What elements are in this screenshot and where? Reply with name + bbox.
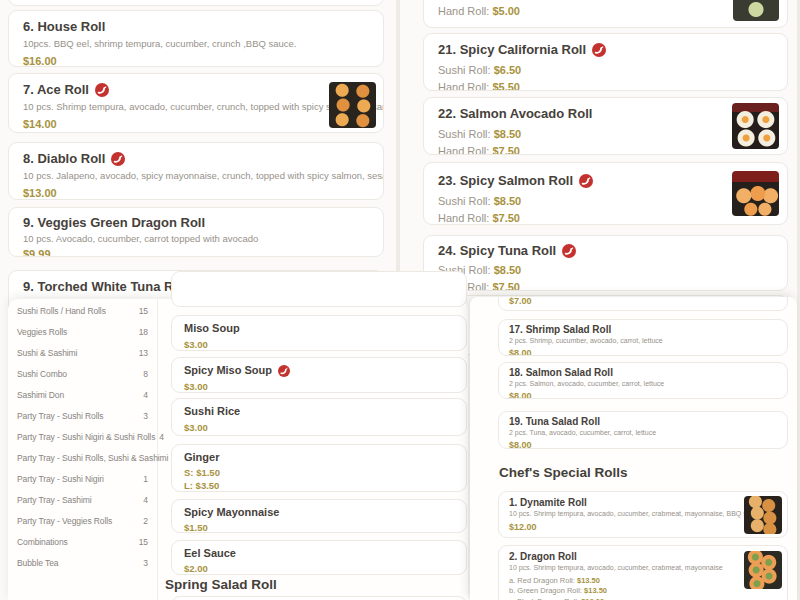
sidebar-item-party-tray-veggies-rolls[interactable]: Party Tray - Veggies Rolls2 bbox=[8, 510, 157, 531]
item-title: Sushi Rice bbox=[184, 405, 454, 418]
item-description: 10 pcs. Shrimp tempura, avocado, cucumbe… bbox=[509, 510, 734, 519]
item-price: $9.99 bbox=[23, 248, 369, 257]
item-title: 23. Spicy Salmon Roll bbox=[438, 173, 573, 188]
item-price: $2.00 bbox=[184, 563, 454, 575]
hand-roll-price: $5.00 bbox=[492, 5, 520, 17]
spicy-icon bbox=[111, 152, 125, 166]
sidebar-item-party-tray-nigiri-sushi-rolls[interactable]: Party Tray - Sushi Nigiri & Sushi Rolls4 bbox=[8, 426, 157, 447]
spicy-salmon-roll-photo bbox=[732, 171, 779, 216]
spicy-icon bbox=[278, 365, 290, 377]
menu-item-tuna-salad-roll: 19. Tuna Salad Roll 2 pcs. Tuna, avocado… bbox=[498, 411, 788, 449]
item-description: 10pcs. BBQ eel, shrimp tempura, cucumber… bbox=[23, 38, 369, 50]
item-price-small: S: $1.50 bbox=[184, 467, 454, 479]
item-price-large: L: $3.50 bbox=[184, 480, 454, 492]
item-description: 2 pcs. Salmon, avocado, cucumber, carrot… bbox=[509, 380, 777, 389]
sidebar-item-party-tray-rolls-sushi-sashimi[interactable]: Party Tray - Sushi Rolls, Sushi & Sashim… bbox=[8, 447, 157, 468]
sushi-roll-label: Sushi Roll: bbox=[438, 64, 491, 76]
item-price: $8.00 bbox=[509, 348, 777, 357]
sushi-roll-price: $8.50 bbox=[494, 195, 522, 207]
variant-label: c. Black Dragon Roll: bbox=[509, 597, 579, 600]
item-title: 22. Salmon Avocado Roll bbox=[438, 106, 773, 121]
item-description: 10 pcs. Avocado, cucumber, carrot topped… bbox=[23, 233, 369, 245]
item-title: 17. Shrimp Salad Roll bbox=[509, 324, 777, 335]
salad-special-section: $7.00 17. Shrimp Salad Roll 2 pcs. Shrim… bbox=[470, 297, 797, 600]
category-count: 2 bbox=[143, 516, 148, 526]
sidebar-item-party-tray-sashimi[interactable]: Party Tray - Sashimi4 bbox=[8, 489, 157, 510]
item-price: $7.00 bbox=[509, 297, 532, 306]
hand-roll-label: Hand Roll: bbox=[438, 212, 489, 224]
sidebar-item-veggies-rolls[interactable]: Veggies Rolls18 bbox=[8, 321, 157, 342]
partial-menu-card-top bbox=[8, 0, 384, 6]
item-price: $8.00 bbox=[509, 391, 777, 400]
spicy-icon bbox=[579, 174, 593, 188]
category-count: 13 bbox=[139, 348, 148, 358]
ace-roll-photo bbox=[329, 82, 376, 128]
item-title: Spicy Mayonnaise bbox=[184, 506, 454, 519]
item-title: 1. Dynamite Roll bbox=[509, 497, 777, 508]
item-title: 9. Veggies Green Dragon Roll bbox=[23, 215, 369, 230]
extras-column: Miso Soup $3.00 Spicy Miso Soup $3.00 Su… bbox=[163, 299, 468, 600]
sushi-roll-price: $6.50 bbox=[494, 64, 522, 76]
spring-salad-roll-heading: Spring Salad Roll bbox=[165, 577, 277, 592]
sidebar-item-sushi-rolls-hand-rolls[interactable]: Sushi Rolls / Hand Rolls15 bbox=[8, 300, 157, 321]
item-description: 2 pcs. Shrimp, cucumber, avocado, carrot… bbox=[509, 337, 777, 346]
item-title: 18. Salmon Salad Roll bbox=[509, 367, 777, 378]
variant-price: $16.00 bbox=[581, 597, 604, 600]
menu-item-shrimp-salad-roll: 17. Shrimp Salad Roll 2 pcs. Shrimp, cuc… bbox=[498, 319, 788, 356]
sidebar-item-party-tray-sushi-rolls[interactable]: Party Tray - Sushi Rolls3 bbox=[8, 405, 157, 426]
item-price: $8.00 bbox=[509, 440, 777, 450]
categories-extras-section: Sushi Rolls / Hand Rolls15 Veggies Rolls… bbox=[8, 299, 468, 600]
sushi-roll-price: $8.50 bbox=[494, 128, 522, 140]
menu-item-veggies-green-dragon-roll: 9. Veggies Green Dragon Roll 10 pcs. Avo… bbox=[8, 207, 384, 257]
variant-price: $13.50 bbox=[577, 576, 600, 585]
dynamite-roll-photo bbox=[744, 496, 782, 534]
menu-item-salmon-salad-roll: 18. Salmon Salad Roll 2 pcs. Salmon, avo… bbox=[498, 362, 788, 399]
extras-item-miso-soup: Miso Soup $3.00 bbox=[171, 315, 467, 351]
dragon-roll-photo bbox=[744, 551, 782, 589]
variant-label: b. Green Dragon Roll: bbox=[509, 586, 582, 595]
item-title: Spicy Miso Soup bbox=[184, 364, 272, 377]
item-price: $3.00 bbox=[184, 339, 454, 351]
item-description: 10 pcs. Jalapeno, avocado, spicy mayonna… bbox=[23, 170, 369, 182]
item-title: 2. Dragon Roll bbox=[509, 551, 777, 562]
menu-item-spicy-california-roll: 21. Spicy California Roll Sushi Roll: $6… bbox=[423, 33, 788, 91]
extras-item-spicy-mayonnaise: Spicy Mayonnaise $1.50 bbox=[171, 499, 467, 533]
item-price: $3.00 bbox=[184, 422, 454, 434]
hand-roll-price: $7.50 bbox=[492, 212, 520, 224]
sidebar-item-party-tray-sushi-nigiri[interactable]: Party Tray - Sushi Nigiri1 bbox=[8, 468, 157, 489]
item-title: 8. Diablo Roll bbox=[23, 151, 105, 166]
category-count: 15 bbox=[139, 537, 148, 547]
item-title: 6. House Roll bbox=[23, 19, 369, 34]
category-count: 15 bbox=[139, 306, 148, 316]
menu-item-salmon-avocado-roll: 22. Salmon Avocado Roll Sushi Roll: $8.5… bbox=[423, 97, 788, 155]
item-price: $16.00 bbox=[23, 55, 369, 67]
sidebar-item-combinations[interactable]: Combinations15 bbox=[8, 531, 157, 552]
category-count: 3 bbox=[143, 558, 148, 568]
chefs-special-rolls-heading: Chef's Special Rolls bbox=[499, 465, 628, 480]
partial-menu-card-hand-roll: Hand Roll: $5.00 bbox=[423, 0, 788, 28]
sidebar-item-sushi-combo[interactable]: Sushi Combo8 bbox=[8, 363, 157, 384]
menu-item-spicy-salmon-roll: 23. Spicy Salmon Roll Sushi Roll: $8.50 … bbox=[423, 162, 788, 225]
partial-salad-card: $7.00 bbox=[498, 297, 788, 311]
category-count: 4 bbox=[143, 390, 148, 400]
category-count: 8 bbox=[143, 369, 148, 379]
spicy-icon bbox=[592, 43, 606, 57]
menu-item-dragon-roll: 2. Dragon Roll 10 pcs. Shrimp tempura, a… bbox=[498, 545, 788, 600]
item-title: Miso Soup bbox=[184, 322, 454, 335]
item-title: Eel Sauce bbox=[184, 547, 454, 560]
spicy-icon bbox=[562, 244, 576, 258]
menu-item-house-roll: 6. House Roll 10pcs. BBQ eel, shrimp tem… bbox=[8, 10, 384, 67]
extras-item-sushi-rice: Sushi Rice $3.00 bbox=[171, 398, 467, 436]
variant-label: a. Red Dragon Roll: bbox=[509, 576, 575, 585]
sidebar-item-bubble-tea[interactable]: Bubble Tea3 bbox=[8, 552, 157, 573]
menu-item-diablo-roll: 8. Diablo Roll 10 pcs. Jalapeno, avocado… bbox=[8, 142, 384, 200]
item-price: $14.00 bbox=[23, 118, 369, 131]
extras-item-eel-sauce: Eel Sauce $2.00 bbox=[171, 540, 467, 575]
extras-item-ginger: Ginger S: $1.50 L: $3.50 bbox=[171, 444, 467, 492]
sidebar-item-sushi-sashimi[interactable]: Sushi & Sashimi13 bbox=[8, 342, 157, 363]
menu-item-spicy-tuna-roll: 24. Spicy Tuna Roll Sushi Roll: $8.50 Ha… bbox=[423, 235, 788, 291]
sidebar-item-sashimi-don[interactable]: Sashimi Don4 bbox=[8, 384, 157, 405]
item-title: Ginger bbox=[184, 451, 454, 464]
item-price: $1.50 bbox=[184, 522, 454, 533]
item-title: 24. Spicy Tuna Roll bbox=[438, 243, 556, 258]
